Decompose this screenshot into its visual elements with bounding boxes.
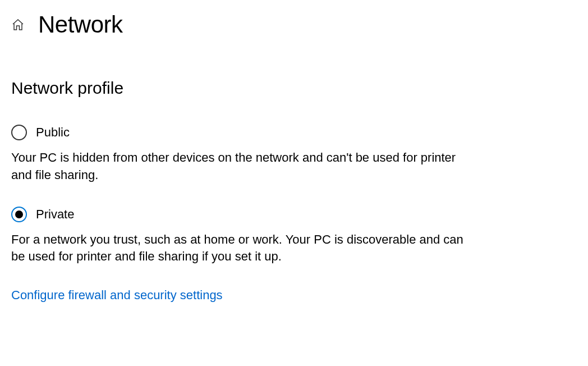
- radio-label: Private: [36, 207, 74, 222]
- home-icon[interactable]: [11, 18, 25, 31]
- radio-circle-selected-icon: [11, 207, 27, 222]
- radio-public[interactable]: Public: [11, 125, 577, 140]
- page-title: Network: [38, 11, 123, 38]
- radio-circle-icon: [11, 125, 27, 140]
- section-heading: Network profile: [11, 79, 577, 98]
- radio-description: Your PC is hidden from other devices on …: [11, 149, 471, 184]
- radio-description: For a network you trust, such as at home…: [11, 231, 471, 266]
- configure-firewall-link[interactable]: Configure firewall and security settings: [11, 288, 223, 303]
- radio-option-private: Private For a network you trust, such as…: [11, 207, 577, 266]
- page-header: Network: [11, 11, 577, 38]
- radio-label: Public: [36, 125, 70, 140]
- radio-private[interactable]: Private: [11, 207, 577, 222]
- radio-option-public: Public Your PC is hidden from other devi…: [11, 125, 577, 184]
